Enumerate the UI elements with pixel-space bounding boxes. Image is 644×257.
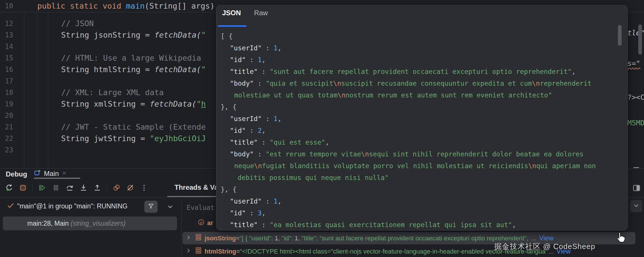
json-line: "id" : 2, <box>230 126 266 135</box>
line-number: 17 <box>0 75 13 87</box>
tab-main-session[interactable]: Main <box>34 169 67 178</box>
line-number: 13 <box>0 29 13 41</box>
line-number: 22 <box>0 133 13 144</box>
code-fragment: M5MD <box>627 119 644 127</box>
json-line: "title" : "sunt aut facere repellat prov… <box>230 67 576 76</box>
json-line: "userId" : 1, <box>230 197 282 206</box>
code-line: // JSON <box>61 18 94 29</box>
json-visualizer-popup: JSONRaw [ {"userId" : 1,"id" : 1,"title"… <box>216 5 628 231</box>
stack-frame-row[interactable]: main:28, Main (string_visualizers) <box>3 216 177 230</box>
stop-icon[interactable] <box>18 183 28 193</box>
active-tab-indicator <box>34 178 80 179</box>
json-line: "id" : 1, <box>230 55 266 64</box>
json-line: }, { <box>221 103 236 111</box>
active-tab-indicator <box>218 25 247 27</box>
run-configuration-icon <box>34 169 41 178</box>
toolbar-separator <box>32 184 33 191</box>
thread-status: "main"@1 in group "main": RUNNING <box>17 202 128 210</box>
editor-scrollbar-thumb[interactable] <box>638 24 642 55</box>
string-visualizer-icon <box>195 246 202 256</box>
line-number: 19 <box>0 98 13 110</box>
hide-panel-icon[interactable] <box>632 163 641 173</box>
code-line: String jsonString = fetchData(" <box>61 29 206 41</box>
chevron-down-icon <box>632 202 640 211</box>
tab-threads-variables[interactable]: Threads & Va <box>174 183 218 191</box>
json-line: debitis possimus qui neque nisi nulla" <box>238 173 389 182</box>
debug-toolbar <box>4 181 149 195</box>
chevron-right-icon[interactable] <box>185 234 193 242</box>
json-line: "title" : "ea molestias quasi exercitati… <box>230 220 516 229</box>
layout-settings-icon[interactable] <box>632 183 641 194</box>
json-line: }, { <box>221 185 236 194</box>
resume-icon[interactable] <box>37 183 47 193</box>
watermark: 掘金技术社区 @ CodeSheep <box>494 241 595 252</box>
variable-name: htmlString <box>205 248 236 255</box>
mouse-cursor-hand <box>615 231 626 245</box>
more-vertical-icon[interactable] <box>139 183 149 193</box>
variable-name: ar <box>207 219 213 227</box>
divider <box>181 197 182 257</box>
drop-frame-icon[interactable] <box>111 183 122 193</box>
divider <box>629 168 629 229</box>
ide-window: 12// JSON13String jsonString = fetchData… <box>0 0 644 257</box>
code-line: String xmlString = fetchData("h <box>61 98 206 110</box>
json-line: neque\nfugiat blanditiis voluptate porro… <box>234 162 596 170</box>
popup-tab-json[interactable]: JSON <box>222 9 241 17</box>
line-number: 23 <box>0 144 13 156</box>
indent-guide <box>37 12 37 168</box>
step-out-icon[interactable] <box>92 183 102 193</box>
frame-location: main:28, Main <box>27 220 71 227</box>
checkmark-icon <box>7 202 14 210</box>
close-icon[interactable] <box>61 170 67 177</box>
json-line: "body" : "est rerum tempore vitae\nsequi… <box>230 150 583 158</box>
json-line: molestiae ut ut quas totam\nnostrum reru… <box>234 91 552 99</box>
step-over-icon[interactable] <box>65 183 75 193</box>
chevron-right-icon[interactable] <box>185 248 193 256</box>
code-fragment: ?><C <box>627 93 644 101</box>
funnel-icon <box>147 202 155 211</box>
popup-tab-bar: JSONRaw <box>222 9 268 17</box>
evaluate-expression-field[interactable]: Evaluat <box>187 204 214 211</box>
line-number: 10 <box>0 0 13 12</box>
json-line: "id" : 3, <box>230 209 266 217</box>
variable-value: "[ { "userId": 1, "id": 1, "title": "sun… <box>240 235 528 242</box>
json-line: "userId" : 1, <box>230 114 282 123</box>
gutter-divider <box>24 0 24 168</box>
chevron-down-icon[interactable] <box>166 202 174 212</box>
line-number: 16 <box>0 64 13 75</box>
code-line: String jwtString = "eyJhbGciOiJ <box>61 133 206 144</box>
variable-name: jsonString <box>205 235 236 242</box>
parameter-icon: p <box>197 218 205 228</box>
json-line: [ { <box>221 32 233 41</box>
rerun-icon[interactable] <box>4 183 14 193</box>
mute-breakpoints-icon[interactable] <box>125 183 135 193</box>
line-number: 15 <box>0 52 13 64</box>
code-fragment: s=" <box>627 59 640 68</box>
step-into-icon[interactable] <box>78 183 89 193</box>
string-visualizer-icon <box>195 233 202 243</box>
line-number: 20 <box>0 110 13 121</box>
line-number: 12 <box>0 18 13 29</box>
svg-text:p: p <box>200 220 202 224</box>
filter-threads-button[interactable] <box>144 201 158 213</box>
popup-tab-raw[interactable]: Raw <box>254 9 268 17</box>
tab-label: Main <box>44 170 59 178</box>
line-number: 14 <box>0 41 13 52</box>
code-line: // JWT - Static Sample (Extende <box>61 121 206 133</box>
active-tab-indicator <box>167 196 216 197</box>
indent-guide <box>48 12 48 168</box>
json-line: "userId" : 1, <box>230 44 282 52</box>
panel-title: Debug <box>6 170 27 178</box>
code-line: String htmlString = fetchData(" <box>61 64 206 75</box>
view-link[interactable]: View <box>539 234 553 242</box>
toolbar-separator <box>107 184 107 191</box>
pause-icon[interactable] <box>51 183 61 193</box>
code-line: public static void main(String[] args) <box>37 0 215 12</box>
collapse-button[interactable] <box>630 200 642 212</box>
popup-scrollbar-thumb[interactable] <box>618 25 622 46</box>
line-number: 18 <box>0 87 13 98</box>
json-line: "body" : "quia et suscipit\nsuscipit rec… <box>230 79 591 88</box>
line-number: 21 <box>0 121 13 133</box>
code-line: // HTML: Use a large Wikipedia <box>61 52 201 64</box>
json-line: "title" : "qui est esse", <box>230 138 329 147</box>
